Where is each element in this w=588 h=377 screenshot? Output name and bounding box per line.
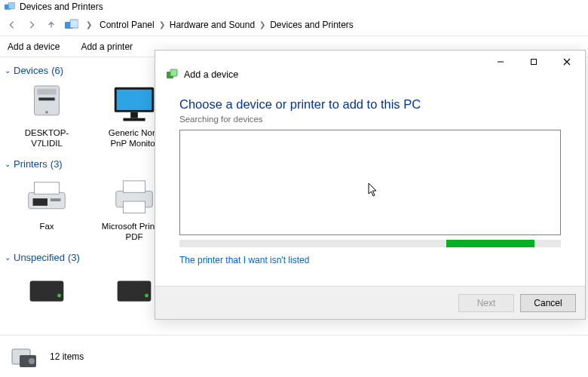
navigation-bar: ❯ Control Panel ❯ Hardware and Sound ❯ D…: [0, 14, 588, 36]
svg-rect-18: [123, 201, 145, 213]
chevron-down-icon: ⌄: [5, 253, 11, 262]
svg-rect-5: [37, 89, 56, 95]
drive-icon: [109, 269, 160, 311]
svg-rect-29: [170, 69, 177, 76]
add-device-dialog: Add a device Choose a device or printer …: [155, 50, 586, 320]
svg-point-22: [145, 294, 149, 298]
close-button[interactable]: [550, 51, 583, 72]
device-label: Fax: [39, 221, 54, 231]
monitor-icon: [109, 82, 160, 124]
forward-button[interactable]: [26, 19, 38, 31]
dialog-title: Add a device: [184, 69, 238, 80]
svg-rect-27: [531, 60, 537, 65]
dialog-footer: Next Cancel: [155, 286, 585, 319]
svg-rect-9: [117, 90, 152, 110]
status-items: 12 items: [50, 351, 84, 362]
up-button[interactable]: [45, 19, 57, 31]
dialog-subheading: Searching for devices: [179, 115, 561, 124]
svg-point-20: [57, 294, 61, 298]
group-label: Unspecified: [14, 252, 65, 263]
svg-rect-10: [130, 112, 138, 118]
crumb-control-panel[interactable]: Control Panel: [100, 20, 155, 30]
svg-rect-19: [30, 281, 64, 302]
svg-rect-13: [34, 182, 59, 194]
svg-rect-21: [118, 281, 152, 302]
group-count: (3): [68, 252, 80, 263]
breadcrumb: Control Panel ❯ Hardware and Sound ❯ Dev…: [100, 20, 354, 30]
devices-status-icon: [9, 342, 39, 372]
progress-indicator: [446, 240, 534, 247]
chevron-right-icon: ❯: [259, 20, 265, 29]
add-device-command[interactable]: Add a device: [8, 41, 60, 52]
printer-icon: [109, 176, 160, 218]
window-title: Devices and Printers: [20, 2, 103, 12]
minimize-button[interactable]: [484, 51, 517, 72]
chevron-right-icon: ❯: [159, 20, 165, 29]
svg-rect-14: [33, 198, 47, 206]
drive-icon: [21, 269, 72, 311]
group-count: (6): [51, 65, 63, 76]
window-titlebar: Devices and Printers: [0, 0, 588, 14]
next-button: Next: [458, 294, 514, 312]
device-results-list[interactable]: [179, 130, 561, 235]
crumb-hardware-sound[interactable]: Hardware and Sound: [170, 20, 255, 30]
add-printer-command[interactable]: Add a printer: [81, 41, 133, 52]
desktop-pc-icon: [21, 82, 72, 124]
fax-icon: [21, 176, 72, 218]
group-label: Devices: [14, 65, 48, 76]
device-desktop[interactable]: DESKTOP-V7LIDIL: [14, 82, 80, 149]
back-button[interactable]: [6, 19, 18, 31]
cancel-button[interactable]: Cancel: [520, 294, 576, 312]
svg-rect-6: [38, 97, 54, 100]
search-progress: [179, 240, 561, 247]
svg-rect-15: [51, 198, 61, 201]
chevron-right-icon: ❯: [86, 20, 92, 29]
status-bar: 12 items: [0, 335, 588, 377]
chevron-down-icon: ⌄: [5, 160, 11, 168]
svg-point-25: [29, 358, 35, 364]
address-icon[interactable]: [65, 19, 78, 31]
svg-rect-17: [123, 180, 145, 192]
crumb-devices-printers[interactable]: Devices and Printers: [270, 20, 354, 30]
maximize-button[interactable]: [517, 51, 550, 72]
svg-point-7: [45, 111, 48, 114]
dialog-heading: Choose a device or printer to add to thi…: [179, 97, 561, 112]
add-device-icon: [166, 69, 178, 81]
device-label: DESKTOP-V7LIDIL: [14, 127, 80, 149]
device-unspecified-1[interactable]: [14, 269, 80, 311]
svg-rect-11: [123, 118, 145, 121]
group-count: (3): [51, 158, 63, 170]
dialog-body: Choose a device or printer to add to thi…: [155, 84, 585, 265]
svg-rect-1: [8, 2, 15, 9]
group-label: Printers: [14, 158, 47, 170]
chevron-down-icon: ⌄: [5, 66, 11, 75]
svg-rect-3: [70, 20, 78, 28]
devices-printers-icon: [5, 2, 15, 11]
device-fax[interactable]: Fax: [14, 176, 80, 243]
printer-not-listed-link[interactable]: The printer that I want isn't listed: [179, 255, 309, 265]
